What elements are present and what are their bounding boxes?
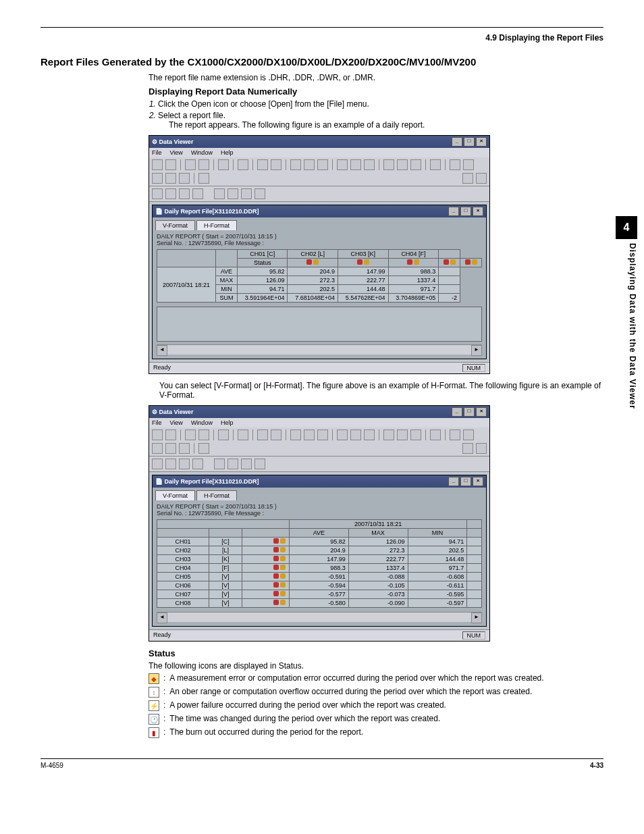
menu-view[interactable]: View <box>170 149 183 156</box>
menu-help[interactable]: Help <box>221 149 234 156</box>
tool-icon[interactable] <box>450 159 460 170</box>
zoom-out-icon[interactable] <box>271 429 281 440</box>
nav-icon[interactable] <box>241 459 252 469</box>
tool-icon[interactable] <box>165 173 176 184</box>
tool-icon[interactable] <box>463 159 474 170</box>
tool-icon[interactable] <box>185 159 196 170</box>
close-icon[interactable]: × <box>476 407 487 417</box>
tool-icon[interactable] <box>238 159 248 170</box>
tool-icon[interactable] <box>476 173 487 184</box>
tool-icon[interactable] <box>476 443 487 454</box>
maximize-icon[interactable]: □ <box>460 207 471 216</box>
close-icon[interactable]: × <box>473 477 483 486</box>
tool-icon[interactable] <box>290 429 301 440</box>
tool-icon[interactable] <box>290 159 301 170</box>
tool-icon[interactable] <box>350 159 361 170</box>
minimize-icon[interactable]: _ <box>448 477 459 486</box>
tool-icon[interactable] <box>450 429 460 440</box>
tool-icon[interactable] <box>198 159 209 170</box>
tab-v-format[interactable]: V-Format <box>155 220 195 230</box>
nav-icon[interactable] <box>227 188 238 199</box>
save-icon[interactable] <box>165 429 176 440</box>
tool-icon[interactable] <box>383 159 394 170</box>
tool-icon[interactable] <box>317 159 328 170</box>
tool-icon[interactable] <box>304 429 315 440</box>
nav-prev-icon[interactable] <box>165 459 176 469</box>
tool-icon[interactable] <box>198 443 209 454</box>
menu-file[interactable]: File <box>152 419 162 426</box>
nav-icon[interactable] <box>241 188 252 199</box>
zoom-out-icon[interactable] <box>271 159 281 170</box>
maximize-icon[interactable]: □ <box>460 477 471 486</box>
nav-icon[interactable] <box>254 188 265 199</box>
report-info: DAILY REPORT ( Start = 2007/10/31 18:15 … <box>153 230 486 249</box>
scroll-right-icon[interactable]: ► <box>471 345 482 356</box>
nav-icon[interactable] <box>214 188 225 199</box>
nav-icon[interactable] <box>254 459 265 469</box>
nav-icon[interactable] <box>214 459 225 469</box>
tool-icon[interactable] <box>410 159 421 170</box>
tool-icon[interactable] <box>218 159 229 170</box>
tool-icon[interactable] <box>397 429 408 440</box>
tool-icon[interactable] <box>165 443 176 454</box>
nav-next-icon[interactable] <box>179 188 190 199</box>
menu-file[interactable]: File <box>152 149 162 156</box>
tab-h-format[interactable]: H-Format <box>196 490 237 500</box>
scroll-left-icon[interactable]: ◄ <box>157 345 167 356</box>
tool-icon[interactable] <box>462 173 473 184</box>
scroll-left-icon[interactable]: ◄ <box>157 613 167 623</box>
open-icon[interactable] <box>152 429 163 440</box>
menu-view[interactable]: View <box>170 419 183 426</box>
tool-icon[interactable] <box>350 429 361 440</box>
nav-last-icon[interactable] <box>192 188 203 199</box>
close-icon[interactable]: × <box>473 207 483 216</box>
tool-icon[interactable] <box>430 159 441 170</box>
close-icon[interactable]: × <box>476 137 487 147</box>
open-icon[interactable] <box>152 159 163 170</box>
tool-icon[interactable] <box>198 173 209 184</box>
tool-icon[interactable] <box>462 443 473 454</box>
minimize-icon[interactable]: _ <box>452 407 462 417</box>
tool-icon[interactable] <box>185 429 196 440</box>
tool-icon[interactable] <box>463 429 474 440</box>
menu-window[interactable]: Window <box>191 149 213 156</box>
tool-icon[interactable] <box>317 429 328 440</box>
tool-icon[interactable] <box>198 429 209 440</box>
tool-icon[interactable] <box>397 159 408 170</box>
h-scrollbar[interactable]: ◄ ► <box>157 344 482 355</box>
tab-v-format[interactable]: V-Format <box>155 490 195 500</box>
tool-icon[interactable] <box>304 159 315 170</box>
tool-icon[interactable] <box>364 429 375 440</box>
nav-next-icon[interactable] <box>179 459 190 469</box>
tool-icon[interactable] <box>364 159 375 170</box>
maximize-icon[interactable]: □ <box>464 137 475 147</box>
minimize-icon[interactable]: _ <box>452 137 462 147</box>
nav-first-icon[interactable] <box>152 188 163 199</box>
zoom-in-icon[interactable] <box>257 429 268 440</box>
menu-window[interactable]: Window <box>191 419 213 426</box>
scroll-right-icon[interactable]: ► <box>471 613 482 623</box>
maximize-icon[interactable]: □ <box>464 407 475 417</box>
zoom-in-icon[interactable] <box>257 159 268 170</box>
tool-icon[interactable] <box>218 429 229 440</box>
nav-first-icon[interactable] <box>152 459 163 469</box>
nav-last-icon[interactable] <box>192 459 203 469</box>
tool-icon[interactable] <box>152 173 163 184</box>
tool-icon[interactable] <box>179 173 190 184</box>
tool-icon[interactable] <box>410 429 421 440</box>
tool-icon[interactable] <box>337 429 348 440</box>
tool-icon[interactable] <box>238 429 248 440</box>
menu-help[interactable]: Help <box>221 419 234 426</box>
minimize-icon[interactable]: _ <box>448 207 459 216</box>
tool-icon[interactable] <box>337 159 348 170</box>
tool-icon[interactable] <box>152 443 163 454</box>
status-ready: Ready <box>153 364 171 372</box>
tool-icon[interactable] <box>383 429 394 440</box>
nav-prev-icon[interactable] <box>165 188 176 199</box>
tool-icon[interactable] <box>430 429 441 440</box>
nav-icon[interactable] <box>227 459 238 469</box>
save-icon[interactable] <box>165 159 176 170</box>
tool-icon[interactable] <box>179 443 190 454</box>
h-scrollbar[interactable]: ◄ ► <box>157 612 482 622</box>
tab-h-format[interactable]: H-Format <box>196 220 237 230</box>
